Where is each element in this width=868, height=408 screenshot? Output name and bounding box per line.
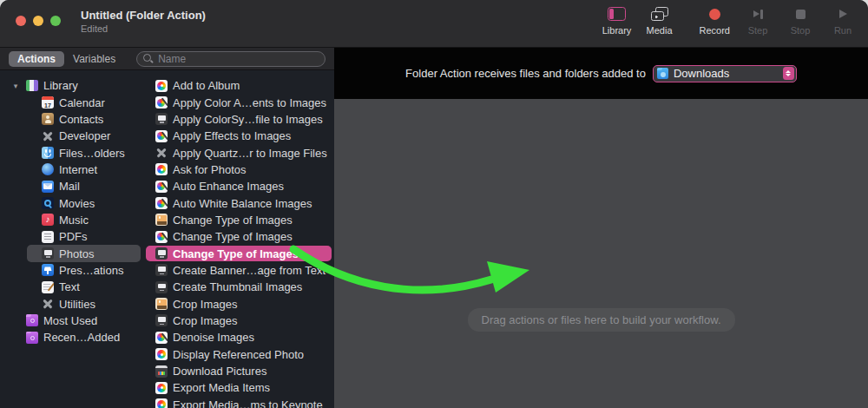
palette-icon [155,96,168,109]
sidebar-item-most-used[interactable]: ▾ Most Used [0,313,143,329]
sidebar-item-label: Utilities [59,298,95,311]
drop-hint: Drag actions or files here to build your… [467,308,734,332]
toolbar-media-button[interactable]: Media [645,6,674,36]
action-item-label: Crop Images [173,314,237,327]
sidebar-item-contacts[interactable]: ▾ Contacts [0,111,143,128]
title-bar: Untitled (Folder Action) Edited Library … [0,0,868,48]
pdf-icon [42,231,54,243]
action-item-create-banner-age-from-text[interactable]: Create Banner…age from Text [143,262,334,279]
photos-icon [155,398,168,408]
sidebar-item-label: PDFs [59,230,88,243]
sidebar-item-files-olders[interactable]: ▾ Files…olders [0,144,143,161]
music-icon [42,214,54,226]
workflow-canvas[interactable]: Drag actions or files here to build your… [334,99,868,408]
action-item-apply-colorsy-file-to-images[interactable]: Apply ColorSy…file to Images [143,111,334,128]
action-item-apply-quartz-r-to-image-files[interactable]: Apply Quartz…r to Image Files [143,144,334,161]
display-icon [42,247,54,260]
sidebar-item-movies[interactable]: ▾ Movies [0,194,143,211]
sidebar-item-developer[interactable]: ▾ Developer [0,128,143,144]
action-item-label: Create Thumbnail Images [173,280,302,293]
photos-icon [155,163,168,175]
palette-icon [155,181,168,193]
action-item-label: Apply Color A…ents to Images [173,96,326,109]
sidebar-item-text[interactable]: ▾ Text [0,279,143,295]
toolbar-library-button[interactable]: Library [602,6,632,36]
automator-window: Untitled (Folder Action) Edited Library … [0,0,868,408]
zoom-button[interactable] [50,16,61,26]
folder-picker-popup[interactable]: Downloads [653,65,797,82]
action-item-export-media-items[interactable]: Export Media Items [143,379,334,396]
minimize-button[interactable] [33,16,43,26]
action-item-label: Ask for Photos [173,163,247,176]
sidebar-item-label: Files…olders [59,147,125,160]
sidebar-item-mail[interactable]: ▾ Mail [0,178,143,194]
toolbar-record-button[interactable]: Record [700,6,730,36]
smart-folder-icon [26,314,38,326]
action-item-denoise-images[interactable]: Denoise Images [143,329,334,345]
action-item-auto-enhance-images[interactable]: Auto Enhance Images [143,178,334,194]
sidebar-item-recen-added[interactable]: ▾ Recen…Added [0,329,143,345]
toolbar: Library Media Record Step Stop Run [602,6,858,36]
action-item-export-media-ms-to-keynote[interactable]: Export Media…ms to Keynote [143,397,334,408]
sidebar-item-calendar[interactable]: ▾ Calendar [0,94,143,110]
sidebar-item-utilities[interactable]: ▾ Utilities [0,295,143,312]
xtools-icon [42,298,54,310]
title-block: Untitled (Folder Action) Edited [81,9,206,35]
search-input[interactable] [136,51,326,67]
action-item-change-type-of-images[interactable]: Change Type of Images [143,228,334,245]
action-item-label: Create Banner…age from Text [173,264,326,277]
stop-icon [796,6,806,22]
toolbar-stop-button[interactable]: Stop [786,6,815,36]
quicktime-icon [42,197,54,209]
action-item-label: Change Type of Images [173,214,293,227]
actions-list-pane: Add to Album Apply Color A…ents to Image… [143,70,334,408]
sidebar-item-internet[interactable]: ▾ Internet [0,161,143,178]
palette-icon [155,197,168,209]
sidebar-item-label: Movies [59,197,95,210]
sidebar-item-library[interactable]: ▾ Library [0,77,143,94]
toolbar-run-button[interactable]: Run [828,6,858,36]
action-item-label: Apply Quartz…r to Image Files [173,147,327,160]
step-icon [753,6,763,22]
action-item-change-type-of-images[interactable]: Change Type of Images [143,245,334,261]
action-item-create-thumbnail-images[interactable]: Create Thumbnail Images [143,279,334,295]
palette-icon [155,231,168,243]
action-item-add-to-album[interactable]: Add to Album [143,77,334,94]
sidebar-item-photos[interactable]: ▾ Photos [0,245,143,261]
palette-icon [155,332,168,344]
close-button[interactable] [16,16,26,26]
action-item-download-pictures[interactable]: Download Pictures [143,363,334,379]
action-item-apply-color-a-ents-to-images[interactable]: Apply Color A…ents to Images [143,94,334,110]
sidebar-list: ▾ Library ▾ Calendar ▾ Contacts ▾ Develo… [0,77,143,346]
sidebar-item-label: Contacts [59,113,103,126]
action-item-change-type-of-images[interactable]: Change Type of Images [143,212,334,228]
tab-variables[interactable]: Variables [64,51,124,67]
sidebar-item-pres-ations[interactable]: ▾ Pres…ations [0,262,143,279]
action-item-crop-images[interactable]: Crop Images [143,313,334,329]
action-item-label: Export Media…ms to Keynote [173,398,323,408]
popup-stepper-icon[interactable] [783,67,794,80]
action-item-label: Apply ColorSy…file to Images [173,113,323,126]
sidebar-item-pdfs[interactable]: ▾ PDFs [0,228,143,245]
library-panel-icon [608,6,626,22]
sidebar-item-label: Developer [59,129,110,142]
tab-actions[interactable]: Actions [9,51,64,67]
action-item-label: Auto White Balance Images [173,197,312,210]
chevron-down-icon[interactable]: ▾ [10,82,21,90]
action-item-label: Crop Images [173,298,237,311]
action-item-apply-effects-to-images[interactable]: Apply Effects to Images [143,128,334,144]
sidebar-item-music[interactable]: ▾ Music [0,212,143,228]
finder-icon [42,147,54,159]
traffic-lights [16,16,61,26]
xtools-icon [155,147,168,159]
search-icon [143,54,151,62]
action-item-ask-for-photos[interactable]: Ask for Photos [143,161,334,178]
action-item-crop-images[interactable]: Crop Images [143,295,334,312]
action-item-auto-white-balance-images[interactable]: Auto White Balance Images [143,194,334,211]
display-icon [155,264,168,276]
sidebar-item-label: Photos [59,247,94,260]
toolbar-step-button[interactable]: Step [743,6,773,36]
image-icon [155,298,168,310]
action-item-display-referenced-photo[interactable]: Display Referenced Photo [143,346,334,363]
action-item-label: Change Type of Images [173,230,293,243]
